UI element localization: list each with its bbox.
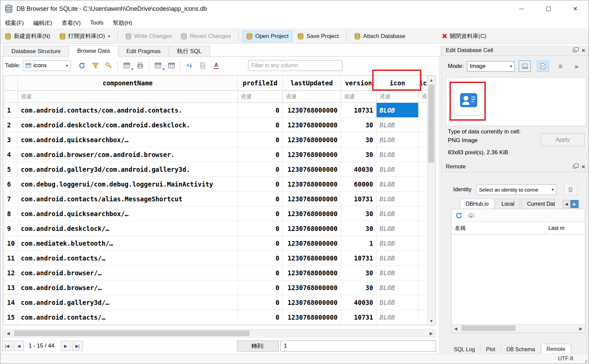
column-header-icon[interactable]: icon	[377, 76, 419, 90]
filter-clipped[interactable]: 過濾	[419, 91, 427, 103]
float-panel-icon[interactable]	[573, 165, 577, 168]
icon-blob-cell[interactable]: BLOB	[377, 266, 419, 280]
clipped-cell[interactable]	[419, 103, 427, 117]
profileid-cell[interactable]: 0	[238, 206, 283, 221]
tab-local[interactable]: Local	[496, 199, 520, 209]
menu-edit[interactable]: 編輯(E)	[29, 17, 57, 29]
row-number-cell[interactable]: 7	[4, 192, 18, 206]
lastupdated-cell[interactable]: 1230768000000	[283, 192, 341, 206]
t b-scroll-right-button[interactable]: ▶	[571, 200, 579, 208]
table-row[interactable]: 12 com.android.browser/… 0 1230768000000…	[4, 266, 435, 280]
resize-grip[interactable]: ◢	[584, 358, 587, 363]
clipped-cell[interactable]	[419, 236, 427, 250]
clipped-cell[interactable]	[419, 118, 427, 132]
version-cell[interactable]: 30	[341, 221, 377, 236]
version-cell[interactable]: 40030	[341, 162, 377, 176]
open-project-button[interactable]: Open Project	[242, 31, 292, 42]
close-button[interactable]: ×	[562, 0, 589, 17]
v-scroll-thumb[interactable]	[428, 85, 434, 163]
tab-scroll-left-button[interactable]: ◀	[562, 200, 571, 208]
componentname-cell[interactable]: com.android.browser/com.android.browser.	[18, 147, 238, 162]
icon-blob-cell[interactable]: BLOB	[377, 236, 419, 250]
version-cell[interactable]: 40030	[341, 295, 377, 310]
profileid-cell[interactable]: 0	[238, 221, 283, 236]
componentname-cell[interactable]: com.android.gallery3d/com.android.galler…	[18, 162, 238, 176]
encoding-indicator[interactable]: UTF-8	[558, 356, 573, 362]
row-number-cell[interactable]: 3	[4, 132, 18, 147]
componentname-cell[interactable]: com.android.deskclock/com.android.deskcl…	[18, 118, 238, 132]
icon-blob-cell[interactable]: BLOB	[377, 251, 419, 265]
icon-blob-cell[interactable]: BLOB	[377, 221, 419, 236]
image-mode-button[interactable]	[519, 60, 531, 72]
font-button[interactable]: A	[209, 60, 223, 71]
row-number-cell[interactable]: 13	[4, 280, 18, 295]
toolbar-overflow-button[interactable]: »	[575, 63, 578, 70]
componentname-cell[interactable]: com.mediatek.bluetooth/…	[18, 236, 238, 250]
icon-blob-cell[interactable]: BLOB	[377, 177, 419, 191]
componentname-cell[interactable]: com.android.quicksearchbox/…	[18, 132, 238, 147]
insert-record-button[interactable]: ▾	[151, 60, 165, 71]
lastupdated-cell[interactable]: 1230768000000	[283, 103, 341, 117]
menu-file[interactable]: 檔案(F)	[0, 17, 29, 29]
version-cell[interactable]: 10731	[341, 103, 377, 117]
icon-blob-cell[interactable]: BLOB	[377, 295, 419, 310]
goto-input[interactable]	[280, 340, 436, 352]
icon-blob-cell[interactable]: BLOB	[377, 118, 419, 132]
close-panel-icon[interactable]: ×	[581, 163, 585, 170]
clipped-cell[interactable]	[419, 295, 427, 310]
icon-blob-cell[interactable]: BLOB	[377, 103, 419, 117]
filter-icon[interactable]: 過濾	[377, 91, 419, 103]
prev-page-button[interactable]: ◀	[14, 341, 24, 351]
row-number-cell[interactable]: 9	[4, 221, 18, 236]
table-display-button[interactable]	[196, 60, 209, 71]
clipped-cell[interactable]	[419, 132, 427, 147]
profileid-cell[interactable]: 0	[238, 236, 283, 250]
tab-execute-sql[interactable]: 執行 SQL	[169, 46, 210, 56]
version-cell[interactable]: 10731	[341, 251, 377, 265]
clipped-cell[interactable]	[419, 251, 427, 265]
table-row[interactable]: 8 com.android.quicksearchbox/… 0 1230768…	[4, 206, 435, 221]
menu-view[interactable]: 查看(V)	[57, 17, 85, 29]
icon-blob-cell[interactable]: BLOB	[377, 280, 419, 295]
icon-blob-cell[interactable]: BLOB	[377, 206, 419, 221]
table-row[interactable]: 5 com.android.gallery3d/com.android.gall…	[4, 162, 435, 177]
clipped-cell[interactable]	[419, 177, 427, 191]
identity-select[interactable]: Select an identity to conne ▾	[476, 185, 556, 195]
profileid-cell[interactable]: 0	[238, 132, 283, 147]
remote-h-scrollbar[interactable]: ◀ ▶	[451, 324, 585, 333]
scroll-left-button[interactable]: ◀	[4, 329, 12, 337]
version-cell[interactable]: 30	[341, 266, 377, 280]
table-row[interactable]: 14 com.android.gallery3d/… 0 12307680000…	[4, 295, 435, 310]
filter-input[interactable]	[248, 60, 342, 71]
icon-blob-cell[interactable]: BLOB	[377, 192, 419, 206]
row-number-cell[interactable]: 2	[4, 118, 18, 132]
table-row[interactable]: 4 com.android.browser/com.android.browse…	[4, 147, 435, 162]
row-number-cell[interactable]: 1	[4, 103, 18, 117]
table-row[interactable]: 13 com.android.browser/… 0 1230768000000…	[4, 280, 435, 295]
version-cell[interactable]: 30	[341, 132, 377, 147]
table-row[interactable]: 7 com.android.contacts/alias.MessageShor…	[4, 192, 435, 206]
lastupdated-cell[interactable]: 1230768000000	[283, 132, 341, 147]
table-select[interactable]: icons ▾	[23, 60, 71, 71]
tab-browse-data[interactable]: Browse Data	[69, 45, 118, 56]
version-cell[interactable]: 30	[341, 147, 377, 162]
clipped-cell[interactable]	[419, 162, 427, 176]
icon-blob-cell[interactable]: BLOB	[377, 132, 419, 147]
scroll-right-button[interactable]: ▶	[427, 329, 435, 337]
clear-filters-button[interactable]	[89, 60, 102, 71]
remote-scroll-right-button[interactable]: ▶	[577, 324, 585, 333]
dock-tab-remote[interactable]: Remote	[541, 344, 571, 354]
remote-column-name[interactable]: 名稱	[451, 222, 545, 234]
chevron-down-icon[interactable]: ▾	[108, 34, 110, 39]
lastupdated-cell[interactable]: 1230768000000	[283, 280, 341, 295]
float-panel-icon[interactable]	[573, 49, 577, 52]
table-row[interactable]: 6 com.debug.loggerui/com.debug.loggerui.…	[4, 177, 435, 192]
componentname-cell[interactable]: com.android.contacts/…	[18, 251, 238, 265]
clipped-cell[interactable]	[419, 206, 427, 221]
first-page-button[interactable]: |◀	[2, 341, 12, 351]
filter-componentname[interactable]: 過濾	[18, 91, 238, 103]
componentname-cell[interactable]: com.android.contacts/…	[18, 310, 238, 324]
new-database-button[interactable]: 新建資料庫(N)	[1, 30, 54, 42]
componentname-cell[interactable]: com.android.contacts/com.android.contact…	[18, 103, 238, 117]
profileid-cell[interactable]: 0	[238, 295, 283, 310]
